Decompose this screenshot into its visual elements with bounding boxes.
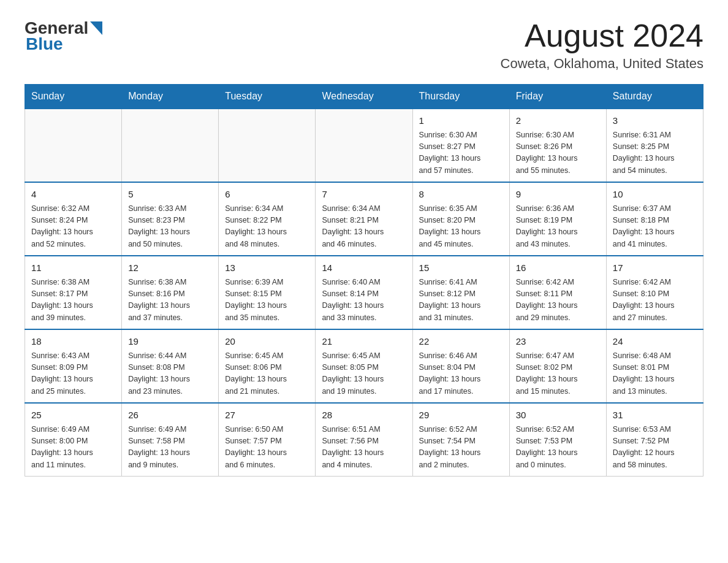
calendar-day-cell: 28Sunrise: 6:51 AMSunset: 7:56 PMDayligh… [316, 403, 412, 477]
calendar-day-cell: 5Sunrise: 6:33 AMSunset: 8:23 PMDaylight… [122, 182, 219, 256]
day-number: 18 [31, 335, 115, 349]
calendar-day-cell: 14Sunrise: 6:40 AMSunset: 8:14 PMDayligh… [316, 256, 412, 329]
day-info: Sunrise: 6:43 AMSunset: 8:09 PMDaylight:… [31, 350, 115, 398]
calendar-day-cell: 15Sunrise: 6:41 AMSunset: 8:12 PMDayligh… [412, 256, 509, 329]
day-number: 22 [419, 335, 503, 349]
day-info: Sunrise: 6:42 AMSunset: 8:10 PMDaylight:… [613, 277, 697, 324]
day-info: Sunrise: 6:52 AMSunset: 7:53 PMDaylight:… [516, 424, 600, 472]
location: Coweta, Oklahoma, United States [501, 56, 703, 72]
calendar-day-header: Wednesday [316, 85, 412, 109]
calendar-day-cell: 20Sunrise: 6:45 AMSunset: 8:06 PMDayligh… [219, 329, 316, 403]
day-number: 16 [516, 261, 600, 275]
calendar-day-cell: 16Sunrise: 6:42 AMSunset: 8:11 PMDayligh… [509, 256, 606, 329]
day-info: Sunrise: 6:49 AMSunset: 8:00 PMDaylight:… [31, 424, 115, 472]
day-number: 8 [419, 188, 503, 202]
calendar-day-cell: 18Sunrise: 6:43 AMSunset: 8:09 PMDayligh… [25, 329, 122, 403]
calendar-day-cell: 10Sunrise: 6:37 AMSunset: 8:18 PMDayligh… [606, 182, 703, 256]
page-header: General Blue August 2024 Coweta, Oklahom… [25, 18, 703, 72]
day-info: Sunrise: 6:33 AMSunset: 8:23 PMDaylight:… [128, 203, 212, 251]
day-info: Sunrise: 6:40 AMSunset: 8:14 PMDaylight:… [322, 277, 406, 324]
calendar-day-cell: 9Sunrise: 6:36 AMSunset: 8:19 PMDaylight… [509, 182, 606, 256]
day-info: Sunrise: 6:41 AMSunset: 8:12 PMDaylight:… [419, 277, 503, 324]
day-info: Sunrise: 6:30 AMSunset: 8:27 PMDaylight:… [419, 129, 503, 177]
calendar-day-cell: 29Sunrise: 6:52 AMSunset: 7:54 PMDayligh… [412, 403, 509, 477]
day-number: 2 [516, 114, 600, 128]
day-info: Sunrise: 6:34 AMSunset: 8:21 PMDaylight:… [322, 203, 406, 251]
calendar-day-cell: 21Sunrise: 6:45 AMSunset: 8:05 PMDayligh… [316, 329, 412, 403]
logo-blue: Blue [26, 34, 63, 54]
calendar-week-row: 4Sunrise: 6:32 AMSunset: 8:24 PMDaylight… [25, 182, 703, 256]
day-info: Sunrise: 6:32 AMSunset: 8:24 PMDaylight:… [31, 203, 115, 251]
calendar-day-header: Tuesday [219, 85, 316, 109]
calendar-day-cell: 19Sunrise: 6:44 AMSunset: 8:08 PMDayligh… [122, 329, 219, 403]
calendar-day-header: Saturday [606, 85, 703, 109]
day-info: Sunrise: 6:52 AMSunset: 7:54 PMDaylight:… [419, 424, 503, 472]
day-number: 31 [613, 408, 697, 423]
calendar-day-cell: 27Sunrise: 6:50 AMSunset: 7:57 PMDayligh… [219, 403, 316, 477]
day-number: 15 [419, 261, 503, 275]
day-info: Sunrise: 6:35 AMSunset: 8:20 PMDaylight:… [419, 203, 503, 251]
day-info: Sunrise: 6:50 AMSunset: 7:57 PMDaylight:… [225, 424, 309, 472]
day-number: 27 [225, 408, 309, 423]
day-number: 4 [31, 188, 115, 202]
day-number: 3 [613, 114, 697, 128]
day-info: Sunrise: 6:38 AMSunset: 8:16 PMDaylight:… [128, 277, 212, 324]
calendar-day-cell: 6Sunrise: 6:34 AMSunset: 8:22 PMDaylight… [219, 182, 316, 256]
calendar-day-cell: 25Sunrise: 6:49 AMSunset: 8:00 PMDayligh… [25, 403, 122, 477]
day-info: Sunrise: 6:30 AMSunset: 8:26 PMDaylight:… [516, 129, 600, 177]
day-number: 29 [419, 408, 503, 423]
day-info: Sunrise: 6:51 AMSunset: 7:56 PMDaylight:… [322, 424, 406, 472]
calendar-week-row: 18Sunrise: 6:43 AMSunset: 8:09 PMDayligh… [25, 329, 703, 403]
day-number: 19 [128, 335, 212, 349]
day-info: Sunrise: 6:34 AMSunset: 8:22 PMDaylight:… [225, 203, 309, 251]
calendar-day-cell: 17Sunrise: 6:42 AMSunset: 8:10 PMDayligh… [606, 256, 703, 329]
day-info: Sunrise: 6:42 AMSunset: 8:11 PMDaylight:… [516, 277, 600, 324]
calendar-day-cell: 12Sunrise: 6:38 AMSunset: 8:16 PMDayligh… [122, 256, 219, 329]
day-info: Sunrise: 6:48 AMSunset: 8:01 PMDaylight:… [613, 350, 697, 398]
day-number: 28 [322, 408, 406, 423]
day-number: 9 [516, 188, 600, 202]
calendar-day-cell: 24Sunrise: 6:48 AMSunset: 8:01 PMDayligh… [606, 329, 703, 403]
day-info: Sunrise: 6:37 AMSunset: 8:18 PMDaylight:… [613, 203, 697, 251]
day-number: 6 [225, 188, 309, 202]
day-info: Sunrise: 6:49 AMSunset: 7:58 PMDaylight:… [128, 424, 212, 472]
calendar-day-cell [25, 109, 122, 182]
day-info: Sunrise: 6:31 AMSunset: 8:25 PMDaylight:… [613, 129, 697, 177]
logo: General Blue [25, 18, 102, 54]
day-number: 25 [31, 408, 115, 423]
day-info: Sunrise: 6:47 AMSunset: 8:02 PMDaylight:… [516, 350, 600, 398]
calendar-day-cell: 3Sunrise: 6:31 AMSunset: 8:25 PMDaylight… [606, 109, 703, 182]
day-number: 11 [31, 261, 115, 275]
day-number: 13 [225, 261, 309, 275]
calendar-day-header: Friday [509, 85, 606, 109]
day-number: 12 [128, 261, 212, 275]
calendar-day-header: Monday [122, 85, 219, 109]
day-number: 21 [322, 335, 406, 349]
calendar-week-row: 11Sunrise: 6:38 AMSunset: 8:17 PMDayligh… [25, 256, 703, 329]
day-number: 5 [128, 188, 212, 202]
calendar-day-cell: 11Sunrise: 6:38 AMSunset: 8:17 PMDayligh… [25, 256, 122, 329]
title-block: August 2024 Coweta, Oklahoma, United Sta… [501, 18, 703, 72]
calendar-day-header: Thursday [412, 85, 509, 109]
day-number: 20 [225, 335, 309, 349]
calendar-day-cell: 4Sunrise: 6:32 AMSunset: 8:24 PMDaylight… [25, 182, 122, 256]
day-number: 30 [516, 408, 600, 423]
day-info: Sunrise: 6:45 AMSunset: 8:06 PMDaylight:… [225, 350, 309, 398]
logo-arrow-icon [90, 21, 102, 35]
calendar-day-cell [122, 109, 219, 182]
month-title: August 2024 [501, 18, 703, 53]
calendar-day-cell [316, 109, 412, 182]
calendar-day-header: Sunday [25, 85, 122, 109]
calendar-day-cell: 8Sunrise: 6:35 AMSunset: 8:20 PMDaylight… [412, 182, 509, 256]
day-info: Sunrise: 6:53 AMSunset: 7:52 PMDaylight:… [613, 424, 697, 472]
day-number: 23 [516, 335, 600, 349]
day-info: Sunrise: 6:44 AMSunset: 8:08 PMDaylight:… [128, 350, 212, 398]
calendar-day-cell: 26Sunrise: 6:49 AMSunset: 7:58 PMDayligh… [122, 403, 219, 477]
day-number: 10 [613, 188, 697, 202]
calendar-day-cell: 2Sunrise: 6:30 AMSunset: 8:26 PMDaylight… [509, 109, 606, 182]
day-info: Sunrise: 6:46 AMSunset: 8:04 PMDaylight:… [419, 350, 503, 398]
calendar-day-cell: 30Sunrise: 6:52 AMSunset: 7:53 PMDayligh… [509, 403, 606, 477]
calendar-day-cell: 7Sunrise: 6:34 AMSunset: 8:21 PMDaylight… [316, 182, 412, 256]
calendar-day-cell: 22Sunrise: 6:46 AMSunset: 8:04 PMDayligh… [412, 329, 509, 403]
day-number: 14 [322, 261, 406, 275]
